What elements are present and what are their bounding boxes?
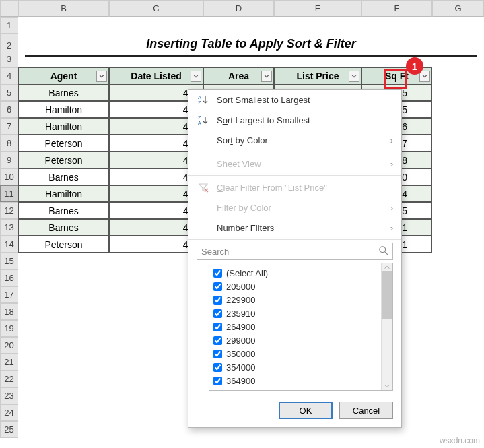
sheet-view-item: Sheet View › [188, 154, 401, 174]
filter-value-item[interactable]: 235910 [213, 307, 392, 320]
sort-ascending-item[interactable]: AZ Sort Smallest to Largest [188, 90, 401, 110]
row-header[interactable]: 25 [0, 421, 18, 438]
clear-filter-icon [197, 182, 210, 193]
table-cell-agent[interactable]: Barnes [18, 84, 109, 101]
col-header[interactable]: B [18, 0, 109, 17]
svg-text:A: A [198, 95, 201, 100]
table-header-date: Date Listed [109, 67, 203, 84]
svg-text:A: A [198, 121, 201, 125]
row-header[interactable]: 11 [0, 185, 18, 202]
svg-text:Z: Z [198, 115, 201, 120]
svg-text:Z: Z [198, 100, 201, 105]
row-header[interactable]: 4 [0, 67, 18, 84]
chevron-right-icon: › [390, 135, 393, 146]
filter-value-checkbox[interactable] [213, 336, 222, 345]
col-header[interactable]: C [109, 0, 203, 17]
filter-value-item[interactable]: (Select All) [213, 266, 392, 280]
filter-dropdown-menu: AZ Sort Smallest to Largest ZA Sort Larg… [188, 89, 402, 428]
svg-point-4 [380, 246, 386, 252]
col-header[interactable]: E [274, 0, 361, 17]
col-header[interactable]: F [361, 0, 432, 17]
chevron-right-icon: › [390, 223, 393, 233]
table-cell-agent[interactable]: Peterson [18, 236, 109, 253]
row-header[interactable]: 18 [0, 303, 18, 320]
filter-value-item[interactable]: 350000 [213, 347, 392, 360]
row-header[interactable]: 6 [0, 101, 18, 118]
filter-value-item[interactable]: 354000 [213, 360, 392, 374]
row-header[interactable]: 7 [0, 118, 18, 135]
row-header[interactable]: 5 [0, 84, 18, 101]
row-header[interactable]: 8 [0, 135, 18, 152]
scrollbar[interactable] [381, 263, 392, 390]
filter-value-checkbox[interactable] [213, 323, 222, 331]
row-header[interactable]: 19 [0, 320, 18, 337]
clear-filter-item: Clear Filter From "List Price" [188, 177, 401, 197]
table-cell-agent[interactable]: Barnes [18, 202, 109, 219]
filter-value-checkbox[interactable] [213, 309, 222, 318]
search-icon [379, 246, 388, 257]
row-header[interactable]: 21 [0, 354, 18, 371]
filter-value-item[interactable]: 299000 [213, 333, 392, 347]
filter-value-checkbox[interactable] [213, 296, 222, 305]
ok-button[interactable]: OK [279, 402, 333, 419]
row-header[interactable]: 22 [0, 371, 18, 387]
scroll-up-icon[interactable] [381, 263, 392, 271]
table-cell-agent[interactable]: Barnes [18, 219, 109, 236]
table-header-sqft: Sq Ft [361, 67, 432, 84]
table-cell-agent[interactable]: Barnes [18, 168, 109, 185]
filter-by-color-item: Filter by Color › [188, 197, 401, 218]
filter-value-checkbox[interactable] [213, 377, 222, 385]
table-header-area: Area [203, 67, 274, 84]
filter-value-checkbox[interactable] [213, 363, 222, 372]
table-header-agent: Agent [18, 67, 109, 84]
filter-values-list[interactable]: (Select All)2050002299002359102649002990… [209, 263, 393, 391]
row-header[interactable]: 9 [0, 152, 18, 168]
row-header[interactable]: 16 [0, 269, 18, 286]
row-header[interactable]: 20 [0, 337, 18, 354]
table-cell-agent[interactable]: Peterson [18, 135, 109, 152]
select-all-corner[interactable] [0, 0, 18, 17]
sort-descending-item[interactable]: ZA Sort Largest to Smallest [188, 110, 401, 130]
filter-value-item[interactable]: 229900 [213, 293, 392, 307]
watermark: wsxdn.com [440, 436, 480, 445]
filter-value-item[interactable]: 364900 [213, 374, 392, 387]
row-header[interactable]: 13 [0, 219, 18, 236]
table-cell-agent[interactable]: Peterson [18, 152, 109, 168]
table-cell-agent[interactable]: Hamilton [18, 185, 109, 202]
row-header[interactable]: 3 [0, 51, 18, 67]
sort-by-color-item[interactable]: Sort by Color › [188, 130, 401, 150]
filter-search-input[interactable]: Search [197, 243, 393, 260]
table-cell-agent[interactable]: Hamilton [18, 118, 109, 135]
dialog-buttons: OK Cancel [188, 396, 401, 427]
filter-value-checkbox[interactable] [213, 269, 222, 278]
filter-value-item[interactable]: 205000 [213, 280, 392, 293]
row-header[interactable]: 23 [0, 387, 18, 404]
filter-button-date[interactable] [191, 71, 201, 82]
filter-button-sqft[interactable] [419, 71, 430, 82]
filter-button-price[interactable] [349, 71, 359, 82]
col-header[interactable]: G [432, 0, 484, 17]
table-cell-agent[interactable]: Hamilton [18, 101, 109, 118]
filter-value-item[interactable]: 264900 [213, 320, 392, 333]
row-header[interactable]: 12 [0, 202, 18, 219]
row-header[interactable]: 10 [0, 168, 18, 185]
table-header-price: List Price [274, 67, 361, 84]
sort-asc-icon: AZ [197, 94, 210, 105]
row-header[interactable]: 24 [0, 404, 18, 421]
row-header[interactable]: 1 [0, 17, 18, 34]
number-filters-item[interactable]: Number Filters › [188, 218, 401, 238]
sort-desc-icon: ZA [197, 115, 210, 125]
col-header[interactable]: D [203, 0, 274, 17]
cancel-button[interactable]: Cancel [339, 402, 393, 419]
row-header[interactable]: 17 [0, 286, 18, 303]
row-header[interactable]: 15 [0, 253, 18, 269]
scroll-down-icon[interactable] [381, 382, 392, 390]
filter-value-checkbox[interactable] [213, 282, 222, 291]
row-header[interactable]: 14 [0, 236, 18, 253]
sort-asc-label: ort Smallest to Largest [223, 95, 310, 105]
filter-button-agent[interactable] [96, 71, 107, 82]
filter-value-checkbox[interactable] [213, 350, 222, 358]
filter-button-area[interactable] [261, 71, 272, 82]
